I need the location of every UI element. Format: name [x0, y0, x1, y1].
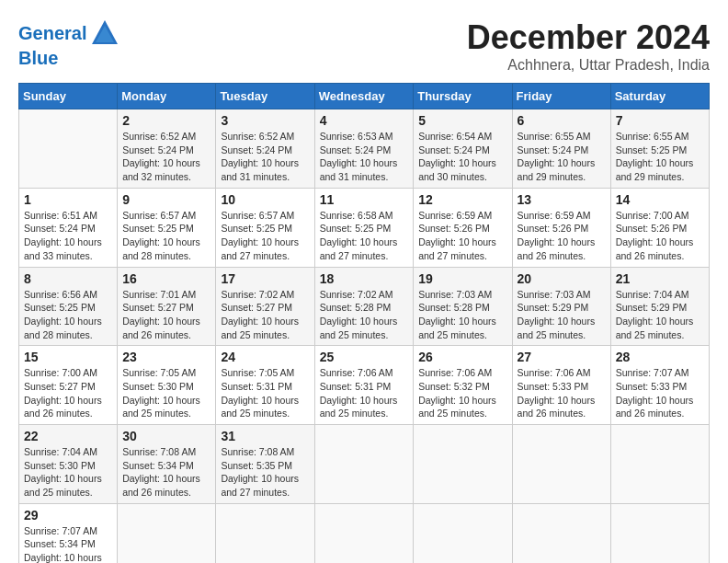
day-info: Sunrise: 6:53 AM Sunset: 5:24 PM Dayligh…: [320, 130, 409, 184]
header-tuesday: Tuesday: [216, 84, 314, 109]
day-info: Sunrise: 7:03 AM Sunset: 5:28 PM Dayligh…: [418, 288, 506, 342]
day-info: Sunrise: 7:03 AM Sunset: 5:29 PM Dayligh…: [518, 288, 606, 342]
day-info: Sunrise: 6:59 AM Sunset: 5:26 PM Dayligh…: [418, 209, 506, 263]
calendar-cell: 10Sunrise: 6:57 AM Sunset: 5:25 PM Dayli…: [216, 188, 314, 267]
day-number: 27: [518, 350, 606, 364]
day-number: 10: [221, 192, 309, 207]
calendar-cell: [610, 503, 709, 563]
calendar-cell: 16Sunrise: 7:01 AM Sunset: 5:27 PM Dayli…: [118, 267, 216, 346]
calendar-cell: 1Sunrise: 6:51 AM Sunset: 5:24 PM Daylig…: [19, 188, 118, 267]
day-number: 31: [221, 429, 309, 443]
day-number: 9: [122, 192, 210, 207]
day-info: Sunrise: 7:08 AM Sunset: 5:35 PM Dayligh…: [221, 445, 309, 500]
day-info: Sunrise: 6:54 AM Sunset: 5:24 PM Dayligh…: [418, 130, 506, 184]
day-number: 4: [320, 113, 409, 128]
day-info: Sunrise: 7:07 AM Sunset: 5:33 PM Dayligh…: [616, 366, 704, 420]
day-number: 19: [418, 271, 506, 286]
header-saturday: Saturday: [610, 84, 709, 109]
day-info: Sunrise: 6:56 AM Sunset: 5:25 PM Dayligh…: [24, 288, 112, 342]
title-area: December 2024 Achhnera, Uttar Pradesh, I…: [467, 18, 710, 74]
logo-text-general: General: [18, 23, 86, 43]
calendar-cell: 18Sunrise: 7:02 AM Sunset: 5:28 PM Dayli…: [314, 267, 414, 346]
calendar-week-row: 29Sunrise: 7:07 AM Sunset: 5:34 PM Dayli…: [19, 503, 710, 563]
day-number: 6: [518, 113, 606, 128]
calendar-cell: 12Sunrise: 6:59 AM Sunset: 5:26 PM Dayli…: [414, 188, 512, 267]
calendar-cell: [512, 503, 610, 563]
header-wednesday: Wednesday: [314, 84, 414, 109]
day-info: Sunrise: 6:52 AM Sunset: 5:24 PM Dayligh…: [221, 130, 309, 184]
day-info: Sunrise: 7:00 AM Sunset: 5:26 PM Dayligh…: [616, 209, 704, 263]
day-number: 14: [616, 192, 704, 207]
calendar-cell: 7Sunrise: 6:55 AM Sunset: 5:25 PM Daylig…: [610, 109, 709, 189]
calendar-cell: 23Sunrise: 7:05 AM Sunset: 5:30 PM Dayli…: [118, 346, 216, 425]
day-number: 7: [616, 113, 704, 128]
calendar-cell: 24Sunrise: 7:05 AM Sunset: 5:31 PM Dayli…: [216, 346, 314, 425]
day-number: 1: [24, 192, 112, 207]
calendar-cell: 5Sunrise: 6:54 AM Sunset: 5:24 PM Daylig…: [414, 109, 512, 189]
calendar-cell: 8Sunrise: 6:56 AM Sunset: 5:25 PM Daylig…: [19, 267, 118, 346]
calendar-cell: 9Sunrise: 6:57 AM Sunset: 5:25 PM Daylig…: [118, 188, 216, 267]
calendar-cell: 26Sunrise: 7:06 AM Sunset: 5:32 PM Dayli…: [414, 346, 512, 425]
day-info: Sunrise: 7:00 AM Sunset: 5:27 PM Dayligh…: [24, 366, 112, 420]
calendar-cell: 29Sunrise: 7:07 AM Sunset: 5:34 PM Dayli…: [19, 503, 118, 563]
calendar-cell: [314, 503, 414, 563]
day-info: Sunrise: 6:57 AM Sunset: 5:25 PM Dayligh…: [122, 209, 210, 263]
day-number: 21: [616, 271, 704, 286]
calendar-week-row: 22Sunrise: 7:04 AM Sunset: 5:30 PM Dayli…: [19, 425, 710, 504]
calendar-cell: 11Sunrise: 6:58 AM Sunset: 5:25 PM Dayli…: [314, 188, 414, 267]
page-header: General Blue December 2024 Achhnera, Utt…: [18, 18, 710, 74]
day-number: 17: [221, 271, 309, 286]
day-number: 25: [320, 350, 409, 364]
month-title: December 2024: [467, 18, 710, 57]
day-number: 18: [320, 271, 409, 286]
calendar-body: 2Sunrise: 6:52 AM Sunset: 5:24 PM Daylig…: [19, 109, 710, 564]
day-number: 29: [24, 508, 112, 523]
day-info: Sunrise: 7:07 AM Sunset: 5:34 PM Dayligh…: [24, 524, 112, 563]
calendar-cell: 2Sunrise: 6:52 AM Sunset: 5:24 PM Daylig…: [118, 109, 216, 189]
calendar-cell: 15Sunrise: 7:00 AM Sunset: 5:27 PM Dayli…: [19, 346, 118, 425]
day-number: 24: [221, 350, 309, 364]
calendar-cell: 27Sunrise: 7:06 AM Sunset: 5:33 PM Dayli…: [512, 346, 610, 425]
header-sunday: Sunday: [19, 84, 118, 109]
day-number: 15: [24, 350, 112, 364]
calendar-cell: 14Sunrise: 7:00 AM Sunset: 5:26 PM Dayli…: [610, 188, 709, 267]
calendar-cell: 13Sunrise: 6:59 AM Sunset: 5:26 PM Dayli…: [512, 188, 610, 267]
logo-text-blue: Blue: [18, 48, 119, 68]
calendar-week-row: 15Sunrise: 7:00 AM Sunset: 5:27 PM Dayli…: [19, 346, 710, 425]
day-info: Sunrise: 7:05 AM Sunset: 5:31 PM Dayligh…: [221, 366, 309, 420]
day-info: Sunrise: 6:55 AM Sunset: 5:24 PM Dayligh…: [518, 130, 606, 184]
logo: General Blue: [18, 18, 119, 68]
day-info: Sunrise: 6:52 AM Sunset: 5:24 PM Dayligh…: [122, 130, 210, 184]
day-number: 11: [320, 192, 409, 207]
calendar-cell: 4Sunrise: 6:53 AM Sunset: 5:24 PM Daylig…: [314, 109, 414, 189]
calendar-cell: 3Sunrise: 6:52 AM Sunset: 5:24 PM Daylig…: [216, 109, 314, 189]
day-info: Sunrise: 7:04 AM Sunset: 5:29 PM Dayligh…: [616, 288, 704, 342]
header-monday: Monday: [118, 84, 216, 109]
calendar-cell: 22Sunrise: 7:04 AM Sunset: 5:30 PM Dayli…: [19, 425, 118, 504]
calendar-cell: 17Sunrise: 7:02 AM Sunset: 5:27 PM Dayli…: [216, 267, 314, 346]
calendar-cell: 25Sunrise: 7:06 AM Sunset: 5:31 PM Dayli…: [314, 346, 414, 425]
day-info: Sunrise: 7:06 AM Sunset: 5:33 PM Dayligh…: [518, 366, 606, 420]
day-info: Sunrise: 7:04 AM Sunset: 5:30 PM Dayligh…: [24, 445, 112, 500]
day-number: 22: [24, 429, 112, 443]
day-info: Sunrise: 6:58 AM Sunset: 5:25 PM Dayligh…: [320, 209, 409, 263]
calendar-cell: [19, 109, 118, 189]
calendar-cell: 30Sunrise: 7:08 AM Sunset: 5:34 PM Dayli…: [118, 425, 216, 504]
day-info: Sunrise: 6:55 AM Sunset: 5:25 PM Dayligh…: [616, 130, 704, 184]
calendar-cell: [610, 425, 709, 504]
calendar-cell: [314, 425, 414, 504]
day-number: 13: [518, 192, 606, 207]
header-friday: Friday: [512, 84, 610, 109]
calendar-cell: [216, 503, 314, 563]
calendar-cell: [512, 425, 610, 504]
calendar-header-row: SundayMondayTuesdayWednesdayThursdayFrid…: [19, 84, 710, 109]
calendar-cell: 20Sunrise: 7:03 AM Sunset: 5:29 PM Dayli…: [512, 267, 610, 346]
location-subtitle: Achhnera, Uttar Pradesh, India: [467, 57, 710, 74]
day-info: Sunrise: 6:51 AM Sunset: 5:24 PM Dayligh…: [24, 209, 112, 263]
calendar-cell: 6Sunrise: 6:55 AM Sunset: 5:24 PM Daylig…: [512, 109, 610, 189]
calendar-cell: [118, 503, 216, 563]
calendar-cell: 28Sunrise: 7:07 AM Sunset: 5:33 PM Dayli…: [610, 346, 709, 425]
day-number: 28: [616, 350, 704, 364]
calendar-week-row: 8Sunrise: 6:56 AM Sunset: 5:25 PM Daylig…: [19, 267, 710, 346]
calendar-cell: [414, 503, 512, 563]
